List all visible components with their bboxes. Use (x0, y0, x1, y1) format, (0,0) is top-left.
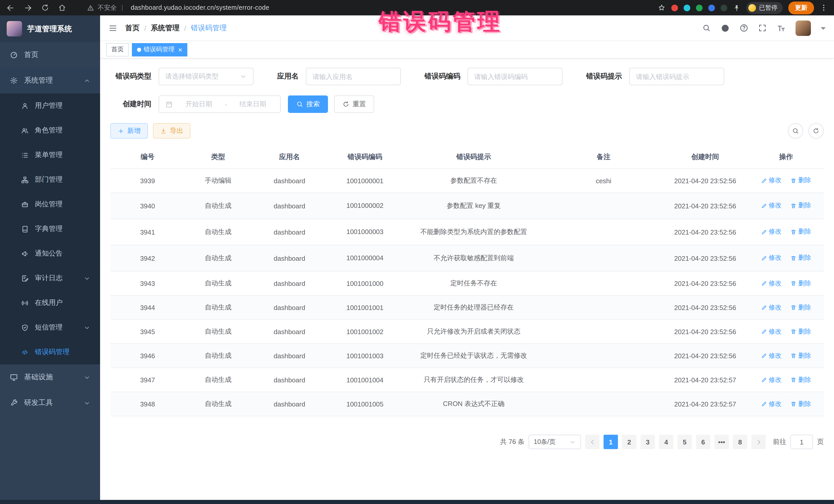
date-range-picker[interactable]: 开始日期 - 结束日期 (159, 95, 281, 113)
page-button-6[interactable]: 6 (696, 435, 710, 450)
question-icon[interactable] (740, 24, 748, 32)
delete-link[interactable]: 删除 (791, 303, 811, 312)
cell-hint: 定时任务的处理器已经存在 (402, 295, 545, 320)
sidebar-item-基础设施[interactable]: 基础设施 (0, 365, 100, 390)
edit-link[interactable]: 修改 (761, 399, 782, 408)
edit-link[interactable]: 修改 (761, 327, 782, 336)
cell-time: 2021-04-20 23:52:56 (662, 169, 748, 193)
extension-icon[interactable] (721, 4, 727, 11)
breadcrumb-item[interactable]: 错误码管理 (191, 23, 227, 32)
github-icon[interactable] (721, 23, 730, 32)
page-button-3[interactable]: 3 (640, 435, 655, 450)
app-logo[interactable]: 芋道管理系统 (0, 15, 100, 42)
cell-remark (545, 219, 662, 245)
delete-link[interactable]: 删除 (791, 279, 811, 288)
sidebar-item-审计日志[interactable]: 审计日志 (0, 266, 100, 290)
caret-down-icon[interactable] (821, 27, 826, 32)
goto-page-input[interactable] (790, 435, 813, 450)
edit-link[interactable]: 修改 (761, 176, 782, 185)
hamburger-icon[interactable] (108, 23, 117, 32)
add-button[interactable]: 新增 (110, 123, 148, 138)
url-separator: | (122, 4, 123, 11)
sidebar-item-home[interactable]: 首页 (0, 42, 100, 68)
tab-首页[interactable]: 首页 (106, 43, 129, 56)
back-icon[interactable] (6, 3, 15, 12)
export-button[interactable]: 导出 (153, 123, 191, 138)
sidebar-item-角色管理[interactable]: 角色管理 (0, 118, 100, 143)
profile-chip[interactable]: 已暂停 (746, 2, 783, 14)
extension-icon[interactable] (696, 4, 703, 11)
edit-link[interactable]: 修改 (761, 254, 782, 263)
edit-link[interactable]: 修改 (761, 227, 782, 236)
delete-link[interactable]: 删除 (791, 254, 811, 263)
pin-icon[interactable] (733, 4, 741, 12)
page-button-4[interactable]: 4 (659, 435, 673, 450)
extension-icon[interactable] (671, 4, 678, 11)
next-page-button[interactable] (751, 435, 766, 450)
cell-code: 1001001004 (327, 368, 402, 392)
delete-link[interactable]: 删除 (791, 227, 811, 236)
delete-link[interactable]: 删除 (791, 399, 811, 408)
delete-link[interactable]: 删除 (791, 201, 811, 210)
sidebar-item-label: 首页 (24, 50, 39, 60)
textsize-icon[interactable] (776, 23, 786, 32)
edit-link[interactable]: 修改 (761, 303, 782, 312)
sidebar-item-岗位管理[interactable]: 岗位管理 (0, 192, 100, 217)
close-icon[interactable]: × (178, 46, 182, 53)
edit-link[interactable]: 修改 (761, 279, 782, 288)
tab-错误码管理[interactable]: 错误码管理 × (132, 43, 187, 56)
app-name-input[interactable] (306, 68, 401, 85)
delete-link[interactable]: 删除 (791, 375, 811, 384)
sidebar-item-研发工具[interactable]: 研发工具 (0, 390, 100, 416)
refresh-table-button[interactable] (808, 123, 824, 138)
edit-link[interactable]: 修改 (761, 351, 782, 360)
delete-link[interactable]: 删除 (791, 327, 811, 336)
edit-link[interactable]: 修改 (761, 375, 782, 384)
prev-page-button[interactable] (585, 435, 599, 450)
sidebar-item-部门管理[interactable]: 部门管理 (0, 167, 100, 192)
sidebar-section-system[interactable]: 系统管理 (0, 68, 100, 93)
forward-icon[interactable] (24, 3, 32, 12)
url-text[interactable]: dashboard.yudao.iocoder.cn/system/error-… (131, 4, 269, 11)
avatar[interactable] (795, 20, 811, 36)
breadcrumb-item[interactable]: 系统管理 (151, 23, 180, 32)
search-icon[interactable] (702, 24, 711, 32)
delete-link[interactable]: 删除 (791, 351, 811, 360)
error-code-icon (21, 348, 29, 356)
error-code-input[interactable] (467, 68, 563, 85)
page-button-5[interactable]: 5 (678, 435, 692, 450)
edit-link[interactable]: 修改 (761, 201, 782, 210)
sidebar-item-用户管理[interactable]: 用户管理 (0, 93, 100, 118)
reload-icon[interactable] (41, 4, 49, 12)
page-button-1[interactable]: 1 (603, 435, 618, 450)
toggle-search-button[interactable] (788, 123, 803, 138)
sidebar-item-菜单管理[interactable]: 菜单管理 (0, 143, 100, 167)
sidebar-item-通知公告[interactable]: 通知公告 (0, 241, 100, 266)
breadcrumb-item[interactable]: 首页 (125, 23, 139, 32)
page-button-8[interactable]: 8 (733, 435, 747, 450)
extension-icon[interactable] (684, 4, 690, 11)
kebab-icon[interactable] (820, 4, 828, 12)
extension-icon[interactable] (708, 4, 715, 11)
update-button[interactable]: 更新 (788, 1, 814, 14)
reset-button[interactable]: 重置 (334, 95, 374, 113)
error-type-select[interactable]: 请选择错误码类型 (159, 68, 254, 85)
error-hint-input[interactable] (629, 68, 724, 85)
page-size-select[interactable]: 10条/页 (529, 435, 581, 450)
security-indicator[interactable]: 不安全 | (87, 3, 125, 12)
delete-link[interactable]: 删除 (791, 176, 811, 185)
log-icon (21, 274, 29, 282)
sidebar-item-短信管理[interactable]: 短信管理 (0, 315, 100, 340)
star-icon[interactable] (657, 4, 666, 12)
search-button[interactable]: 搜索 (288, 95, 328, 113)
sidebar-bottom-items: 基础设施 研发工具 (0, 365, 100, 416)
sidebar-item-错误码管理[interactable]: 错误码管理 (0, 340, 100, 365)
infra-icon (10, 373, 18, 381)
cell-type: 自动生成 (185, 368, 251, 392)
sidebar-item-在线用户[interactable]: 在线用户 (0, 290, 100, 315)
page-button-2[interactable]: 2 (622, 435, 636, 450)
sidebar-item-字典管理[interactable]: 字典管理 (0, 217, 100, 241)
more-pages-button[interactable]: ••• (715, 435, 729, 450)
fullscreen-icon[interactable] (758, 24, 767, 32)
home-icon[interactable] (58, 4, 66, 12)
